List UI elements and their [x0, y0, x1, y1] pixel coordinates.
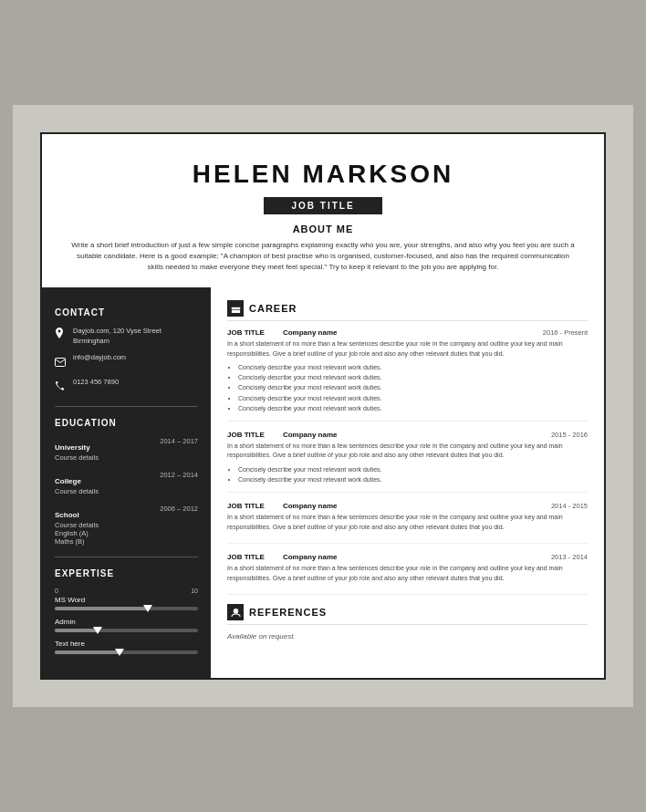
expertise-label-2: Text here: [55, 640, 198, 648]
divider-1: [55, 406, 198, 407]
career-job-title-3: JOB TITLE: [227, 553, 265, 561]
about-me-text: Write a short brief introduction of just…: [60, 240, 586, 273]
main-content: CAREER JOB TITLE Company name 2016 - Pre…: [211, 287, 604, 678]
svg-point-3: [233, 609, 238, 614]
bullet-0-4: Concisely describe your most relevant wo…: [238, 403, 588, 413]
career-header-0: JOB TITLE Company name 2016 - Present: [227, 328, 588, 337]
career-desc-3: In a short statement of no more than a f…: [227, 564, 588, 583]
edu-detail-2: Course details English (A) Maths (B): [55, 521, 198, 546]
career-company-3: Company name: [283, 553, 338, 561]
edu-name-0: University: [55, 443, 90, 452]
bullet-0-1: Concisely describe your most relevant wo…: [238, 372, 588, 382]
career-dates-0: 2016 - Present: [543, 328, 588, 337]
career-entry-3: JOB TITLE Company name 2013 - 2014 In a …: [227, 553, 588, 595]
career-header-2: JOB TITLE Company name 2014 - 2015: [227, 502, 588, 510]
edu-item-2: School 2006 – 2012 Course details Englis…: [55, 505, 198, 546]
edu-date-2: 2006 – 2012: [160, 505, 198, 513]
career-job-title-2: JOB TITLE: [227, 502, 265, 510]
edu-name-1: College: [55, 477, 81, 485]
contact-email: info@dayjob.com: [73, 353, 126, 363]
career-entry-2: JOB TITLE Company name 2014 - 2015 In a …: [227, 502, 588, 544]
references-heading: REFERENCES: [249, 607, 327, 618]
location-icon: [55, 328, 68, 344]
contact-phone: 0123 456 7890: [73, 378, 119, 388]
phone-icon: [55, 379, 68, 395]
career-section-header: CAREER: [227, 300, 588, 321]
career-bullets-1: Concisely describe your most relevant wo…: [227, 464, 588, 484]
page-wrapper: HELEN MARKSON JOB TITLE ABOUT ME Write a…: [13, 105, 633, 707]
expertise-item-2: Text here: [55, 640, 198, 654]
expertise-fill-2: [55, 651, 120, 654]
career-left-2: JOB TITLE Company name: [227, 502, 337, 510]
edu-date-1: 2012 – 2014: [160, 471, 198, 479]
edu-detail-1: Course details: [55, 487, 198, 495]
about-me-heading: ABOUT ME: [60, 224, 586, 234]
career-job-title-0: JOB TITLE: [227, 328, 265, 337]
bullet-0-2: Concisely describe your most relevant wo…: [238, 382, 588, 392]
expertise-heading: EXPERTISE: [55, 568, 198, 578]
expertise-item-1: Admin: [55, 618, 198, 632]
career-header-1: JOB TITLE Company name 2015 - 2016: [227, 431, 588, 439]
career-left-3: JOB TITLE Company name: [227, 553, 337, 561]
expertise-label-0: MS Word: [55, 596, 198, 604]
expertise-item-0: MS Word: [55, 596, 198, 610]
expertise-slider-2[interactable]: [55, 651, 198, 654]
contact-phone-item: 0123 456 7890: [55, 378, 198, 395]
job-title-badge: JOB TITLE: [264, 197, 381, 214]
edu-item-1: College 2012 – 2014 Course details: [55, 471, 198, 495]
career-entry-1: JOB TITLE Company name 2015 - 2016 In a …: [227, 431, 588, 493]
career-company-0: Company name: [283, 328, 338, 337]
references-icon: [227, 604, 244, 620]
expertise-slider-0[interactable]: [55, 607, 198, 610]
bullet-0-0: Concisely describe your most relevant wo…: [238, 362, 588, 372]
candidate-name: HELEN MARKSON: [60, 160, 586, 189]
expertise-min: 0: [55, 588, 58, 594]
career-dates-2: 2014 - 2015: [551, 502, 588, 510]
expertise-fill-0: [55, 607, 148, 610]
career-desc-1: In a short statement of no more than a f…: [227, 442, 588, 461]
career-heading: CAREER: [249, 303, 297, 314]
career-bullets-0: Concisely describe your most relevant wo…: [227, 362, 588, 413]
expertise-thumb-1: [93, 627, 102, 634]
edu-date-0: 2014 – 2017: [160, 437, 198, 445]
career-left-1: JOB TITLE Company name: [227, 431, 337, 439]
expertise-fill-1: [55, 629, 98, 632]
references-section-header: REFERENCES: [227, 604, 588, 625]
email-icon: [55, 354, 68, 370]
contact-address-item: Dayjob.com, 120 Vyse Street Birmingham: [55, 327, 198, 346]
career-left-0: JOB TITLE Company name: [227, 328, 337, 337]
expertise-slider-1[interactable]: [55, 629, 198, 632]
contact-address: Dayjob.com, 120 Vyse Street Birmingham: [73, 327, 198, 346]
edu-detail-0: Course details: [55, 453, 198, 462]
bullet-1-0: Concisely describe your most relevant wo…: [238, 464, 588, 474]
career-dates-1: 2015 - 2016: [551, 431, 588, 439]
contact-email-item: info@dayjob.com: [55, 353, 198, 370]
expertise-label-1: Admin: [55, 618, 198, 626]
edu-name-2: School: [55, 511, 79, 519]
expertise-range: 0 10: [55, 588, 198, 594]
body-row: CONTACT Dayjob.com, 120 Vyse Street Birm…: [42, 287, 604, 678]
references-text: Available on request.: [227, 632, 588, 640]
resume-header: HELEN MARKSON JOB TITLE ABOUT ME Write a…: [42, 134, 604, 287]
career-company-2: Company name: [283, 502, 338, 510]
divider-2: [55, 557, 198, 557]
expertise-thumb-0: [143, 605, 152, 612]
resume-document: HELEN MARKSON JOB TITLE ABOUT ME Write a…: [40, 132, 606, 680]
career-job-title-1: JOB TITLE: [227, 431, 265, 439]
edu-item-0: University 2014 – 2017 Course details: [55, 437, 198, 462]
career-header-3: JOB TITLE Company name 2013 - 2014: [227, 553, 588, 561]
career-icon: [227, 300, 244, 317]
career-dates-3: 2013 - 2014: [551, 553, 588, 561]
svg-rect-1: [231, 307, 239, 312]
bullet-0-3: Concisely describe your most relevant wo…: [238, 393, 588, 403]
bullet-1-1: Concisely describe your most relevant wo…: [238, 474, 588, 484]
education-heading: EDUCATION: [55, 418, 198, 428]
expertise-max: 10: [191, 588, 198, 594]
expertise-thumb-2: [115, 649, 124, 656]
career-desc-0: In a short statement of no more than a f…: [227, 339, 588, 359]
career-company-1: Company name: [283, 431, 338, 439]
career-entry-0: JOB TITLE Company name 2016 - Present In…: [227, 328, 588, 422]
sidebar: CONTACT Dayjob.com, 120 Vyse Street Birm…: [42, 287, 211, 678]
career-desc-2: In a short statement of no more than a f…: [227, 513, 588, 532]
contact-heading: CONTACT: [55, 307, 198, 318]
